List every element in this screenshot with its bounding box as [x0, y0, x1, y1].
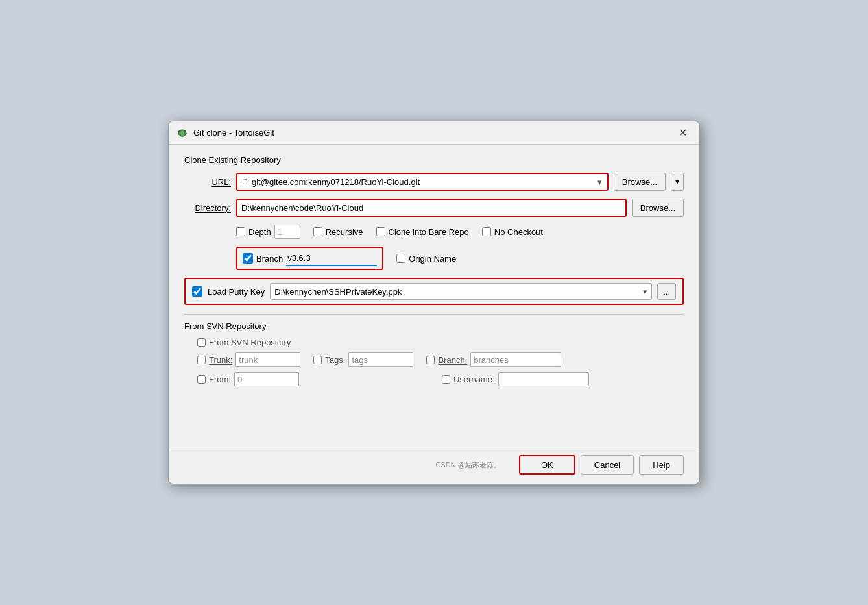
- trunk-input[interactable]: [235, 352, 300, 367]
- clone-section-heading: Clone Existing Repository: [184, 155, 684, 165]
- no-checkout-label: No Checkout: [494, 227, 543, 237]
- trunk-checkbox[interactable]: [197, 356, 206, 364]
- branch-box: Branch: [236, 247, 383, 270]
- putty-path-wrapper: ▾: [270, 283, 652, 300]
- tags-label: Tags:: [325, 355, 345, 365]
- svn-branch-label: Branch:: [438, 355, 467, 365]
- origin-name-checkbox[interactable]: [396, 254, 405, 263]
- depth-checkbox[interactable]: [236, 227, 245, 236]
- origin-name-label: Origin Name: [409, 254, 456, 264]
- svn-branch-checkbox[interactable]: [426, 356, 435, 364]
- trunk-field: Trunk:: [197, 352, 300, 367]
- directory-browse-button[interactable]: Browse...: [632, 199, 684, 217]
- from-field: From:: [197, 372, 299, 386]
- bare-label: Clone into Bare Repo: [389, 227, 469, 237]
- dialog-content: Clone Existing Repository URL: 🗋 ▾ Brows…: [169, 145, 699, 447]
- svn-row3: From: Username:: [197, 372, 684, 386]
- tags-field: Tags:: [313, 352, 413, 367]
- options-row: Depth Recursive Clone into Bare Repo No …: [236, 225, 684, 239]
- depth-option: Depth: [236, 225, 300, 239]
- origin-name-option: Origin Name: [396, 254, 456, 264]
- dialog-title: Git clone - TortoiseGit: [193, 128, 274, 138]
- putty-key-label: Load Putty Key: [208, 287, 265, 297]
- url-browse-button[interactable]: Browse...: [614, 173, 666, 191]
- from-svn-checkbox[interactable]: [197, 338, 206, 347]
- putty-key-checkbox[interactable]: [192, 286, 202, 297]
- directory-row: Directory: Browse...: [184, 199, 684, 217]
- url-field-wrapper: 🗋 ▾: [236, 173, 609, 191]
- url-dropdown-button[interactable]: ▾: [596, 177, 603, 187]
- depth-label: Depth: [248, 227, 271, 237]
- from-input[interactable]: [234, 372, 299, 386]
- url-browse-split-button[interactable]: ▾: [671, 173, 684, 191]
- putty-dropdown-button[interactable]: ▾: [643, 287, 647, 297]
- branch-input[interactable]: [286, 251, 377, 266]
- svg-point-4: [181, 136, 184, 137]
- dialog-footer: CSDN @姑苏老陈。 OK Cancel Help: [169, 447, 699, 484]
- url-input[interactable]: [252, 177, 594, 187]
- bare-option: Clone into Bare Repo: [376, 227, 469, 237]
- svg-point-5: [178, 133, 180, 134]
- trunk-label: Trunk:: [209, 355, 232, 365]
- svg-point-2: [179, 130, 181, 132]
- tags-input[interactable]: [348, 352, 413, 367]
- username-input[interactable]: [498, 372, 589, 386]
- title-bar-left: Git clone - TortoiseGit: [176, 127, 274, 139]
- no-checkout-option: No Checkout: [482, 227, 543, 237]
- svn-row1: From SVN Repository: [197, 338, 684, 347]
- from-svn-label: From SVN Repository: [209, 338, 291, 347]
- svn-from-svn-option: From SVN Repository: [197, 338, 291, 347]
- branch-label: Branch: [256, 254, 283, 264]
- directory-field-wrapper: [236, 199, 627, 217]
- svg-point-6: [186, 133, 187, 134]
- username-label: Username:: [453, 375, 495, 384]
- directory-input[interactable]: [241, 200, 621, 216]
- svn-row2: Trunk: Tags: Branch:: [197, 352, 684, 367]
- svg-point-1: [180, 131, 184, 135]
- svn-branch-field: Branch:: [426, 352, 561, 367]
- close-button[interactable]: ✕: [673, 124, 692, 142]
- recursive-label: Recursive: [326, 227, 363, 237]
- cancel-button[interactable]: Cancel: [581, 455, 634, 475]
- branch-checkbox[interactable]: [243, 253, 253, 264]
- divider: [184, 314, 684, 315]
- url-row: URL: 🗋 ▾ Browse... ▾: [184, 173, 684, 191]
- from-label: From:: [209, 375, 231, 384]
- git-clone-dialog: Git clone - TortoiseGit ✕ Clone Existing…: [168, 121, 700, 484]
- tortoisegit-icon: [176, 127, 188, 139]
- username-checkbox[interactable]: [442, 375, 450, 384]
- username-field: Username:: [442, 372, 589, 386]
- footer-note: CSDN @姑苏老陈。: [184, 460, 501, 470]
- svg-point-3: [184, 130, 186, 132]
- url-label: URL:: [184, 177, 231, 187]
- ok-button[interactable]: OK: [519, 455, 575, 475]
- recursive-option: Recursive: [313, 227, 363, 237]
- putty-section: Load Putty Key ▾ ...: [184, 278, 684, 305]
- bare-checkbox[interactable]: [376, 227, 385, 236]
- recursive-checkbox[interactable]: [313, 227, 322, 236]
- directory-label: Directory:: [184, 203, 231, 213]
- title-bar: Git clone - TortoiseGit ✕: [169, 121, 699, 145]
- putty-path-input[interactable]: [274, 287, 643, 297]
- branch-row: Branch Origin Name: [236, 247, 684, 270]
- from-checkbox[interactable]: [197, 375, 206, 384]
- no-checkout-checkbox[interactable]: [482, 227, 491, 236]
- tags-checkbox[interactable]: [313, 356, 322, 364]
- svn-branch-input[interactable]: [470, 352, 561, 367]
- document-icon: 🗋: [241, 177, 249, 186]
- svn-heading: From SVN Repository: [184, 321, 684, 331]
- help-button[interactable]: Help: [639, 455, 684, 475]
- depth-input[interactable]: [274, 225, 300, 239]
- putty-browse-button[interactable]: ...: [657, 283, 676, 300]
